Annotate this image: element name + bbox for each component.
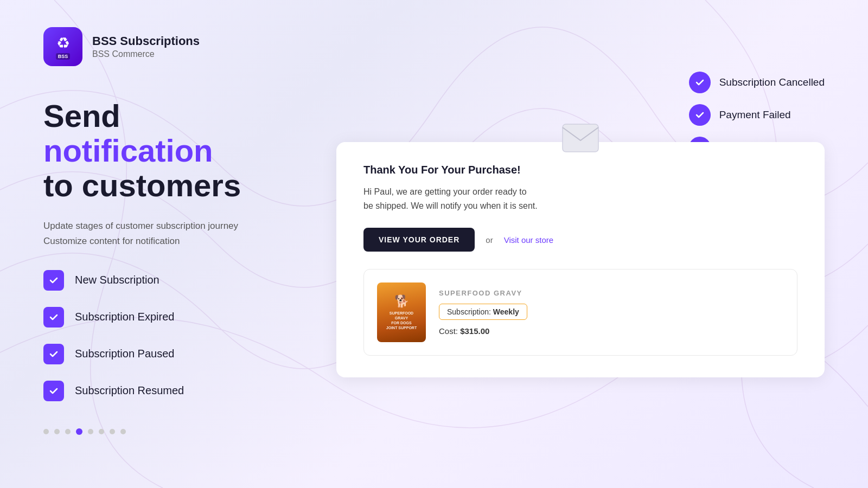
hero-desc-line1: Update stages of customer subscription j… xyxy=(43,221,238,231)
email-heading: Thank You For Your Purchase! xyxy=(363,164,797,176)
product-image-text: SUPERFOODGRAVYFOR DOGSJOINT SUPPORT xyxy=(386,311,417,330)
dot-3[interactable] xyxy=(65,429,71,434)
checklist: New Subscription Subscription Expired Su… xyxy=(43,270,315,401)
email-actions: VIEW YOUR ORDER or Visit our store xyxy=(363,228,797,252)
checklist-item-label: New Subscription xyxy=(75,274,159,286)
dot-5[interactable] xyxy=(88,429,93,434)
hero-description: Update stages of customer subscription j… xyxy=(43,219,315,248)
dot-6[interactable] xyxy=(99,429,104,434)
checkbox-subscription-resumed xyxy=(43,381,64,401)
list-item: New Subscription xyxy=(43,270,315,291)
badge-check-icon xyxy=(689,104,711,126)
app-logo: ♻ BSS xyxy=(43,27,82,66)
checklist-item-label: Subscription Resumed xyxy=(75,384,184,397)
dot-7[interactable] xyxy=(110,429,115,434)
email-icon-container xyxy=(561,123,599,155)
subscription-badge-text: Subscription: Weekly xyxy=(447,307,519,316)
visit-store-link[interactable]: Visit our store xyxy=(504,235,553,245)
list-item: Subscription Expired xyxy=(43,307,315,328)
list-item: Subscription Paused xyxy=(43,344,315,364)
product-card: 🐕 SUPERFOODGRAVYFOR DOGSJOINT SUPPORT SU… xyxy=(363,269,797,356)
badge-subscription-cancelled: Subscription Cancelled xyxy=(689,72,825,93)
hero-line2: notification xyxy=(43,133,213,168)
product-cost-value: $315.00 xyxy=(460,326,489,336)
product-image: 🐕 SUPERFOODGRAVYFOR DOGSJOINT SUPPORT xyxy=(377,282,426,342)
or-text: or xyxy=(486,235,493,245)
logo-bss-text: BSS xyxy=(56,53,71,60)
checklist-item-label: Subscription Paused xyxy=(75,348,174,360)
product-details: SUPERFOOD GRAVY Subscription: Weekly Cos… xyxy=(439,289,784,336)
product-cost: Cost: $315.00 xyxy=(439,326,784,336)
dot-indicators xyxy=(43,428,315,435)
subscription-badge: Subscription: Weekly xyxy=(439,304,527,320)
dot-8[interactable] xyxy=(120,429,126,434)
svg-rect-0 xyxy=(563,124,598,152)
company-name: BSS Commerce xyxy=(92,49,200,59)
product-dog-icon: 🐕 xyxy=(394,294,409,309)
left-panel: Send notification to customers Update st… xyxy=(43,99,336,461)
dot-1[interactable] xyxy=(43,429,49,434)
view-order-button[interactable]: VIEW YOUR ORDER xyxy=(363,228,475,252)
subscription-frequency: Weekly xyxy=(493,307,519,316)
logo-icon: ♻ xyxy=(56,34,70,52)
checklist-item-label: Subscription Expired xyxy=(75,311,174,323)
dot-4-active[interactable] xyxy=(76,428,82,435)
badge-check-icon xyxy=(689,72,711,93)
hero-title: Send notification to customers xyxy=(43,99,315,202)
badge-label: Subscription Cancelled xyxy=(719,76,825,88)
right-panel: Subscription Cancelled Payment Failed In… xyxy=(336,99,825,461)
badge-label: Payment Failed xyxy=(719,109,791,121)
email-card: Thank You For Your Purchase! Hi Paul, we… xyxy=(336,142,825,377)
checkbox-subscription-paused xyxy=(43,344,64,364)
email-body: Hi Paul, we are getting your order ready… xyxy=(363,185,797,213)
list-item: Subscription Resumed xyxy=(43,381,315,401)
hero-line3: to customers xyxy=(43,168,241,203)
badge-payment-failed: Payment Failed xyxy=(689,104,791,126)
checkbox-subscription-expired xyxy=(43,307,64,328)
app-header: ♻ BSS BSS Subscriptions BSS Commerce xyxy=(43,27,825,66)
hero-desc-line2: Customize content for notification xyxy=(43,236,180,246)
product-name: SUPERFOOD GRAVY xyxy=(439,289,784,297)
checkbox-new-subscription xyxy=(43,270,64,291)
header-text: BSS Subscriptions BSS Commerce xyxy=(92,34,200,59)
hero-line1: Send xyxy=(43,98,120,133)
app-name: BSS Subscriptions xyxy=(92,34,200,48)
email-envelope-icon xyxy=(561,123,599,153)
dot-2[interactable] xyxy=(54,429,60,434)
